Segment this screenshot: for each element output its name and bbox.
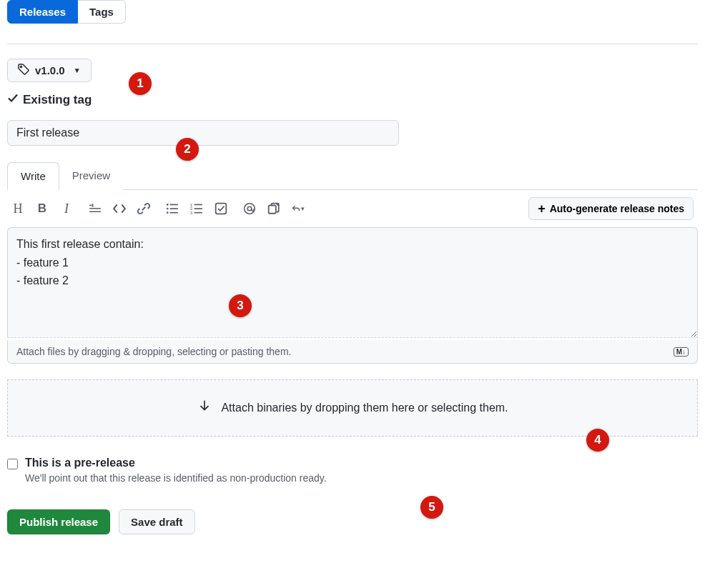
unordered-list-icon[interactable] — [166, 202, 179, 215]
release-title-input[interactable] — [7, 120, 399, 146]
ordered-list-icon[interactable]: 123 — [190, 202, 203, 215]
tasklist-icon[interactable] — [215, 202, 227, 215]
tab-releases[interactable]: Releases — [7, 0, 78, 24]
annotation-badge-4: 4 — [586, 429, 609, 452]
tag-selector-button[interactable]: v1.0.0 ▼ — [7, 59, 92, 82]
svg-point-1 — [167, 204, 169, 206]
existing-tag-indicator: Existing tag — [7, 92, 698, 107]
auto-generate-label: Auto-generate release notes — [550, 203, 684, 214]
svg-point-2 — [167, 208, 169, 210]
editor-tab-write[interactable]: Write — [7, 162, 59, 190]
attach-files-strip[interactable]: Attach files by dragging & dropping, sel… — [7, 340, 698, 364]
release-description-textarea[interactable] — [7, 227, 698, 338]
attach-binaries-dropzone[interactable]: Attach binaries by dropping them here or… — [7, 379, 698, 437]
auto-generate-notes-button[interactable]: + Auto-generate release notes — [528, 197, 694, 220]
tag-version-label: v1.0.0 — [35, 64, 65, 76]
link-icon[interactable] — [137, 202, 150, 215]
bold-icon[interactable]: B — [36, 202, 49, 215]
svg-rect-6 — [170, 212, 178, 214]
tab-tags[interactable]: Tags — [78, 0, 126, 24]
svg-point-15 — [247, 206, 252, 211]
cross-reference-icon[interactable] — [267, 202, 280, 215]
svg-rect-5 — [170, 208, 178, 209]
prerelease-description: We'll point out that this release is ide… — [25, 472, 327, 484]
attach-files-hint: Attach files by dragging & dropping, sel… — [16, 346, 291, 357]
existing-tag-label: Existing tag — [23, 93, 92, 107]
top-tabs: Releases Tags — [7, 0, 698, 24]
annotation-badge-3: 3 — [229, 294, 252, 317]
annotation-badge-2: 2 — [176, 138, 199, 161]
editor-tab-preview[interactable]: Preview — [59, 162, 123, 190]
svg-rect-10 — [194, 204, 202, 206]
prerelease-checkbox[interactable] — [7, 459, 18, 469]
annotation-badge-1: 1 — [129, 72, 152, 95]
divider — [7, 44, 698, 44]
svg-point-3 — [167, 211, 169, 214]
check-icon — [7, 92, 19, 107]
download-arrow-icon — [197, 399, 212, 417]
code-icon[interactable] — [113, 202, 126, 215]
tag-icon — [18, 64, 29, 77]
save-draft-button[interactable]: Save draft — [119, 509, 195, 534]
caret-down-icon: ▼ — [74, 66, 81, 74]
plus-icon: + — [538, 202, 546, 215]
svg-text:3: 3 — [190, 211, 192, 215]
attach-binaries-label: Attach binaries by dropping them here or… — [221, 402, 508, 414]
quote-icon[interactable] — [89, 202, 102, 215]
svg-rect-16 — [269, 206, 276, 214]
heading-icon[interactable]: H — [11, 202, 24, 215]
annotation-badge-5: 5 — [420, 496, 443, 519]
mention-icon[interactable] — [243, 202, 256, 215]
editor-tabs: Write Preview — [7, 161, 698, 190]
markdown-toolbar: H B I — [11, 202, 305, 215]
italic-icon[interactable]: I — [60, 202, 73, 215]
prerelease-label: This is a pre-release — [25, 457, 327, 469]
markdown-badge-icon[interactable]: M↓ — [674, 347, 689, 357]
svg-rect-13 — [216, 204, 227, 214]
publish-release-button[interactable]: Publish release — [7, 509, 110, 534]
svg-rect-4 — [170, 204, 178, 206]
svg-point-0 — [21, 66, 22, 68]
reply-icon[interactable]: ▾ — [292, 202, 305, 215]
svg-point-14 — [245, 204, 255, 214]
svg-rect-11 — [194, 208, 202, 209]
svg-rect-12 — [194, 212, 202, 214]
